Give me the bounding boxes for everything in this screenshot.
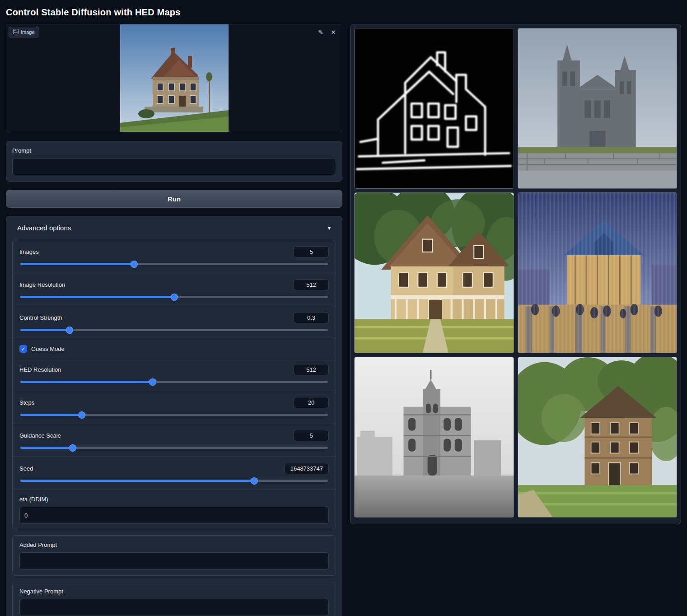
advanced-options-accordion: Advanced options ▼ Images 5 Image Resolu…: [6, 216, 342, 616]
slider-value-input[interactable]: 512: [294, 364, 329, 375]
gallery-item-watercolor-house[interactable]: [518, 357, 678, 518]
slider-images-row: Images 5: [13, 240, 336, 273]
negative-prompt-block: Negative Prompt: [12, 582, 336, 616]
image-tab-label: Image: [21, 29, 35, 35]
slider-label: HED Resolution: [19, 366, 61, 373]
gallery-item-impressionist-painting[interactable]: [518, 192, 678, 353]
images-slider[interactable]: [20, 263, 328, 265]
run-button[interactable]: Run: [6, 190, 342, 208]
advanced-options-title: Advanced options: [17, 224, 71, 232]
prompt-label: Prompt: [12, 147, 336, 154]
result-gallery: [350, 24, 681, 524]
controls-column: Image ✎ ✕: [6, 24, 342, 616]
close-icon: ✕: [331, 29, 336, 36]
slider-hed-resolution-row: HED Resolution 512: [13, 358, 336, 391]
slider-label: Control Strength: [19, 314, 62, 321]
slider-handle[interactable]: [131, 261, 138, 268]
slider-value-input[interactable]: 20: [294, 397, 329, 408]
pencil-icon: ✎: [318, 29, 323, 36]
eta-ddim-label: eta (DDIM): [19, 496, 329, 503]
advanced-options-header[interactable]: Advanced options ▼: [12, 223, 336, 233]
slider-control-strength-row: Control Strength 0.3: [13, 306, 336, 339]
added-prompt-input[interactable]: [19, 552, 329, 569]
page-title: Control Stable Diffusion with HED Maps: [6, 5, 681, 24]
slider-handle[interactable]: [171, 294, 178, 301]
slider-value-input[interactable]: 512: [294, 279, 329, 290]
gallery-item-hed-edge-map[interactable]: [354, 28, 514, 189]
image-tab[interactable]: Image: [9, 27, 39, 37]
image-icon: [13, 29, 19, 35]
steps-slider[interactable]: [20, 414, 328, 416]
slider-guidance-scale-row: Guidance Scale 5: [13, 424, 336, 457]
seed-slider[interactable]: [20, 480, 328, 482]
slider-label: Image Resolution: [19, 281, 65, 288]
eta-ddim-input[interactable]: [19, 507, 329, 524]
prompt-block: Prompt: [6, 141, 342, 182]
output-column: [350, 24, 681, 524]
slider-label: Steps: [19, 399, 34, 406]
clear-image-button[interactable]: ✕: [328, 27, 338, 37]
chevron-down-icon: ▼: [327, 225, 332, 231]
slider-image-resolution-row: Image Resolution 512: [13, 273, 336, 306]
slider-handle[interactable]: [251, 477, 258, 485]
control-strength-slider[interactable]: [20, 329, 328, 331]
slider-value-input[interactable]: 5: [294, 246, 329, 257]
slider-value-input[interactable]: 1648733747: [285, 463, 329, 474]
negative-prompt-input[interactable]: [19, 599, 329, 616]
slider-label: Seed: [19, 465, 33, 472]
slider-handle[interactable]: [66, 327, 73, 334]
gallery-item-stone-cathedral[interactable]: [518, 28, 678, 189]
edit-image-button[interactable]: ✎: [316, 27, 326, 37]
slider-handle[interactable]: [78, 411, 85, 419]
slider-label: Guidance Scale: [19, 432, 61, 439]
guidance-scale-slider[interactable]: [20, 447, 328, 449]
guess-mode-row[interactable]: ✓ Guess Mode: [13, 339, 336, 358]
check-icon: ✓: [21, 346, 25, 352]
gallery-item-ornate-wooden-house[interactable]: [354, 192, 514, 353]
image-resolution-slider[interactable]: [20, 296, 328, 298]
slider-seed-row: Seed 1648733747: [13, 457, 336, 490]
gallery-item-black-and-white-building[interactable]: [354, 357, 514, 518]
hed-resolution-slider[interactable]: [20, 381, 328, 383]
uploaded-house-photo: [120, 24, 229, 132]
slider-handle[interactable]: [149, 378, 156, 386]
added-prompt-label: Added Prompt: [19, 541, 329, 548]
slider-value-input[interactable]: 5: [294, 430, 329, 441]
slider-handle[interactable]: [69, 444, 76, 452]
image-actions: ✎ ✕: [316, 27, 338, 37]
guess-mode-checkbox[interactable]: ✓: [19, 345, 27, 353]
added-prompt-block: Added Prompt: [12, 535, 336, 576]
negative-prompt-label: Negative Prompt: [19, 588, 329, 595]
image-input[interactable]: Image ✎ ✕: [6, 24, 342, 132]
guess-mode-label: Guess Mode: [31, 345, 65, 352]
advanced-form: Images 5 Image Resolution 512 Control St…: [12, 240, 336, 529]
slider-steps-row: Steps 20: [13, 391, 336, 424]
main-layout: Image ✎ ✕: [6, 24, 681, 616]
prompt-input[interactable]: [12, 158, 336, 175]
eta-ddim-row: eta (DDIM): [13, 490, 336, 529]
slider-label: Images: [19, 248, 39, 255]
slider-value-input[interactable]: 0.3: [294, 312, 329, 323]
